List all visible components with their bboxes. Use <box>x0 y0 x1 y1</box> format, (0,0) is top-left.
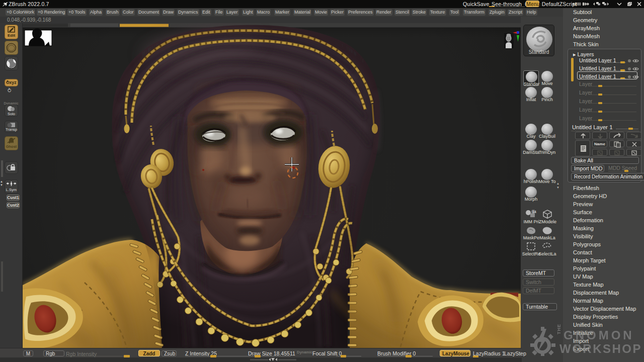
svg-text:WORKSHOP: WORKSHOP <box>559 342 642 355</box>
svg-text:THE: THE <box>556 324 561 334</box>
svg-text:14: 14 <box>532 210 536 214</box>
svg-text:GNOMON: GNOMON <box>564 328 634 342</box>
